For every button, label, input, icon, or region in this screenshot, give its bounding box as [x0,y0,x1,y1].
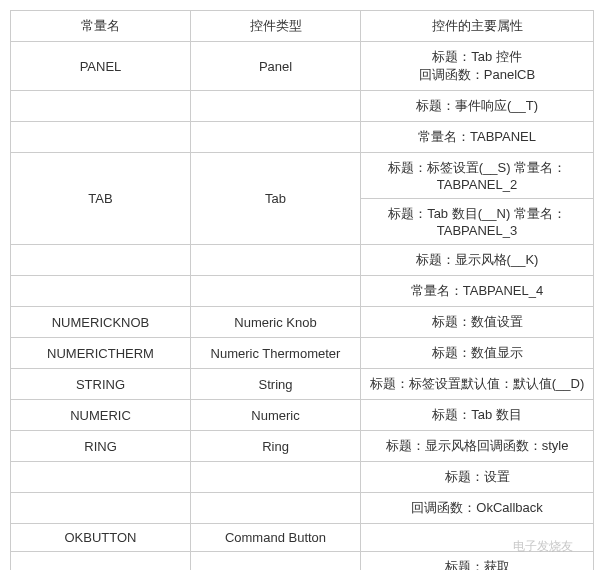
controls-table: 常量名 控件类型 控件的主要属性 PANEL Panel 标题：Tab 控件 回… [10,10,594,570]
cell-const: RING [11,431,191,462]
cell-attr: 标题：Tab 控件 回调函数：PanelCB [361,42,594,91]
cell-attr: 标题：标签设置默认值：默认值(__D) [361,369,594,400]
cell-attr: 标题：标签设置(__S) 常量名：TABPANEL_2 [361,153,594,199]
header-row: 常量名 控件类型 控件的主要属性 [11,11,594,42]
cell-type: String [191,369,361,400]
table-row: NUMERIC Numeric 标题：Tab 数目 [11,400,594,431]
cell-attr: 常量名：TABPANEL [361,122,594,153]
table-row: NUMERICKNOB Numeric Knob 标题：数值设置 [11,307,594,338]
cell-const: NUMERICTHERM [11,338,191,369]
cell-type [191,493,361,524]
cell-const [11,276,191,307]
table-row: 标题：设置 [11,462,594,493]
cell-const [11,493,191,524]
table-row: TAB Tab 标题：标签设置(__S) 常量名：TABPANEL_2 [11,153,594,199]
cell-attr: 回调函数：OkCallback [361,493,594,524]
cell-const: STRING [11,369,191,400]
cell-type [191,462,361,493]
header-col3: 控件的主要属性 [361,11,594,42]
cell-attr: 标题：获取 [361,552,594,571]
cell-const: PANEL [11,42,191,91]
cell-attr: 标题：Tab 数目(__N) 常量名：TABPANEL_3 [361,199,594,245]
table-row: 常量名：TABPANEL [11,122,594,153]
cell-type [191,91,361,122]
cell-attr: 标题：数值设置 [361,307,594,338]
cell-type [191,552,361,571]
header-col2: 控件类型 [191,11,361,42]
cell-attr: 标题：事件响应(__T) [361,91,594,122]
cell-attr: 标题：设置 [361,462,594,493]
table-row: OKBUTTON Command Button [11,524,594,552]
table-row: STRING String 标题：标签设置默认值：默认值(__D) [11,369,594,400]
cell-const: NUMERICKNOB [11,307,191,338]
cell-type: Numeric Thermometer [191,338,361,369]
cell-const [11,91,191,122]
table-row: 标题：事件响应(__T) [11,91,594,122]
table-row: 常量名：TABPANEL_4 [11,276,594,307]
table-row: NUMERICTHERM Numeric Thermometer 标题：数值显示 [11,338,594,369]
cell-attr: 标题：数值显示 [361,338,594,369]
cell-const [11,122,191,153]
cell-const: NUMERIC [11,400,191,431]
cell-type: Panel [191,42,361,91]
cell-attr: 标题：显示风格回调函数：style [361,431,594,462]
table-row: 标题：显示风格(__K) [11,245,594,276]
cell-const [11,462,191,493]
cell-const: TAB [11,153,191,245]
cell-attr: 常量名：TABPANEL_4 [361,276,594,307]
table-row: 标题：获取 [11,552,594,571]
cell-type: Command Button [191,524,361,552]
cell-type [191,245,361,276]
cell-type: Tab [191,153,361,245]
cell-type: Ring [191,431,361,462]
table-row: RING Ring 标题：显示风格回调函数：style [11,431,594,462]
cell-type [191,276,361,307]
cell-type: Numeric Knob [191,307,361,338]
table-row: 回调函数：OkCallback [11,493,594,524]
table-row: PANEL Panel 标题：Tab 控件 回调函数：PanelCB [11,42,594,91]
cell-type: Numeric [191,400,361,431]
cell-const [11,552,191,571]
header-col1: 常量名 [11,11,191,42]
cell-type [191,122,361,153]
cell-attr: 标题：显示风格(__K) [361,245,594,276]
cell-const: OKBUTTON [11,524,191,552]
cell-const [11,245,191,276]
cell-attr: 标题：Tab 数目 [361,400,594,431]
cell-attr [361,524,594,552]
